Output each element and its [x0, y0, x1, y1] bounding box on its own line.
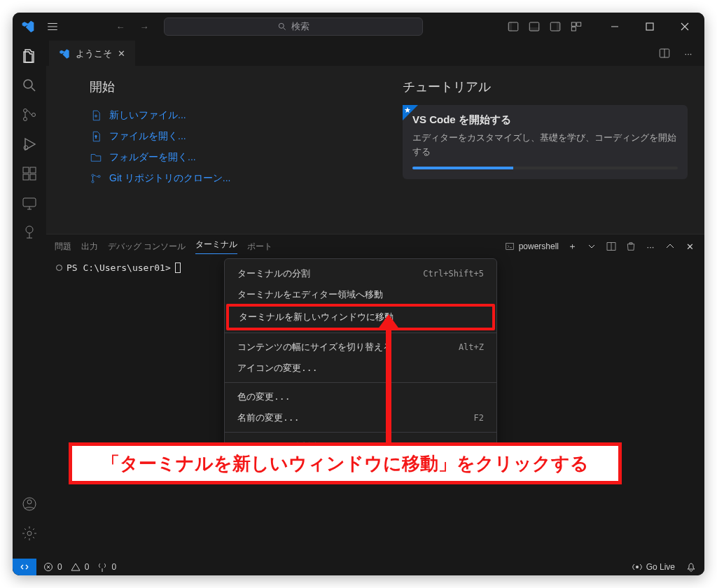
- svg-rect-18: [30, 174, 36, 180]
- open-folder-link[interactable]: フォルダーを開く...: [90, 147, 375, 168]
- svg-rect-17: [23, 174, 29, 180]
- cursor-icon: [175, 262, 181, 273]
- open-file-link[interactable]: ファイルを開く...: [90, 126, 375, 147]
- svg-rect-8: [577, 22, 581, 26]
- split-terminal-icon[interactable]: [605, 240, 618, 253]
- broadcast-icon: [632, 562, 642, 572]
- svg-point-11: [24, 80, 32, 88]
- tab-problems[interactable]: 問題: [55, 241, 71, 253]
- svg-point-26: [92, 174, 94, 176]
- svg-rect-16: [23, 167, 29, 173]
- progress-bar: [412, 167, 678, 169]
- title-bar: ← → 検索: [13, 13, 704, 41]
- tab-debug[interactable]: デバッグ コンソール: [108, 241, 186, 253]
- bell-icon[interactable]: [685, 561, 697, 573]
- remote-indicator[interactable]: [13, 559, 36, 575]
- separator: [225, 382, 496, 383]
- separator: [225, 332, 496, 333]
- more-icon[interactable]: ···: [681, 46, 696, 61]
- explorer-icon[interactable]: [20, 46, 39, 66]
- svg-rect-9: [571, 27, 576, 31]
- svg-point-23: [27, 500, 32, 504]
- svg-rect-6: [557, 22, 560, 31]
- extensions-icon[interactable]: [20, 164, 39, 183]
- ctx-move-terminal-editor[interactable]: ターミナルをエディター領域へ移動: [225, 284, 496, 305]
- warning-icon: [71, 562, 81, 572]
- terminal-context-menu: ターミナルの分割 Ctrl+Shift+5 ターミナルをエディター領域へ移動 タ…: [224, 258, 497, 462]
- new-terminal-icon[interactable]: ＋: [566, 240, 578, 253]
- tab-port[interactable]: ポート: [247, 241, 272, 253]
- terminal-body[interactable]: PS C:\Users\user01> ターミナルの分割 Ctrl+Shift+…: [46, 258, 704, 559]
- menu-icon[interactable]: [45, 19, 60, 34]
- tab-bar: ようこそ ✕ ···: [46, 41, 704, 66]
- tutorial-card[interactable]: ★ VS Code を開始する エディターをカスタマイズし、基礎を学び、コーディ…: [403, 105, 688, 179]
- close-button[interactable]: [669, 13, 700, 41]
- go-live-button[interactable]: Go Live: [632, 562, 675, 572]
- minimize-button[interactable]: [599, 13, 630, 41]
- search-icon[interactable]: [20, 76, 39, 95]
- kill-terminal-icon[interactable]: [625, 240, 637, 253]
- welcome-page: 開始 新しいファイル... ファイルを開く... フォルダーを開く...: [46, 66, 704, 234]
- tab-welcome[interactable]: ようこそ ✕: [49, 41, 135, 66]
- svg-rect-29: [506, 243, 513, 249]
- layout-panel-icon[interactable]: [527, 19, 542, 34]
- vscode-logo-icon: [21, 20, 35, 34]
- clone-repo-link[interactable]: Git リポジトリのクローン...: [90, 168, 375, 189]
- ports-count[interactable]: 0: [97, 562, 116, 572]
- plant-icon[interactable]: [20, 223, 39, 242]
- nav-forward-icon[interactable]: →: [134, 22, 154, 32]
- svg-point-28: [98, 176, 100, 178]
- svg-point-21: [26, 226, 33, 233]
- close-icon[interactable]: ✕: [118, 48, 125, 59]
- split-editor-icon[interactable]: [657, 46, 672, 61]
- ctx-split-terminal[interactable]: ターミナルの分割 Ctrl+Shift+5: [225, 263, 496, 284]
- separator: [225, 432, 496, 433]
- warnings-count[interactable]: 0: [71, 562, 90, 572]
- ctx-move-terminal-new-window[interactable]: ターミナルを新しいウィンドウに移動: [226, 304, 495, 330]
- close-panel-icon[interactable]: ✕: [683, 240, 696, 253]
- svg-rect-10: [646, 23, 653, 30]
- remote-explorer-icon[interactable]: [20, 193, 39, 213]
- accounts-icon[interactable]: [20, 494, 39, 514]
- annotation-callout: 「ターミナルを新しいウィンドウに移動」をクリックする: [69, 442, 622, 484]
- star-badge-icon: ★: [403, 105, 418, 120]
- maximize-panel-icon[interactable]: [664, 240, 676, 253]
- terminal-shell-chip[interactable]: powershell: [505, 241, 559, 251]
- ctx-toggle-size-content[interactable]: コンテンツの幅にサイズを切り替える Alt+Z: [225, 337, 496, 358]
- prompt-text: PS C:\Users\user01>: [67, 262, 171, 273]
- svg-point-14: [32, 113, 36, 117]
- vscode-logo-icon: [59, 48, 70, 59]
- nav-back-icon[interactable]: ←: [111, 22, 130, 32]
- error-icon: [43, 562, 53, 572]
- settings-gear-icon[interactable]: [20, 524, 39, 543]
- svg-point-32: [636, 566, 639, 568]
- command-center[interactable]: 検索: [164, 18, 423, 36]
- tab-output[interactable]: 出力: [81, 241, 98, 253]
- tab-label: ようこそ: [76, 48, 112, 60]
- status-dot-icon: [56, 265, 62, 271]
- source-control-icon[interactable]: [20, 105, 39, 125]
- chevron-down-icon[interactable]: [585, 240, 598, 253]
- bottom-panel: 問題 出力 デバッグ コンソール ターミナル ポート powershell ＋: [46, 234, 704, 559]
- svg-point-0: [279, 23, 284, 28]
- customize-layout-icon[interactable]: [569, 19, 584, 34]
- svg-point-13: [24, 118, 27, 121]
- tab-terminal[interactable]: ターミナル: [195, 239, 237, 254]
- errors-count[interactable]: 0: [43, 562, 62, 572]
- search-icon: [277, 22, 287, 31]
- ctx-rename[interactable]: 名前の変更... F2: [225, 407, 496, 428]
- new-file-icon: [90, 109, 102, 122]
- ctx-change-icon[interactable]: アイコンの変更...: [225, 358, 496, 379]
- maximize-button[interactable]: [634, 13, 665, 41]
- card-description: エディターをカスタマイズし、基礎を学び、コーディングを開始する: [412, 131, 678, 158]
- run-debug-icon[interactable]: [20, 134, 39, 154]
- folder-icon: [90, 151, 102, 164]
- more-icon[interactable]: ···: [644, 240, 657, 253]
- search-placeholder: 検索: [291, 20, 309, 33]
- new-file-link[interactable]: 新しいファイル...: [90, 105, 375, 126]
- ctx-change-color[interactable]: 色の変更...: [225, 386, 496, 407]
- svg-rect-20: [23, 198, 36, 206]
- terminal-icon: [505, 241, 515, 251]
- layout-sidebar-left-icon[interactable]: [506, 19, 521, 34]
- layout-sidebar-right-icon[interactable]: [548, 19, 563, 34]
